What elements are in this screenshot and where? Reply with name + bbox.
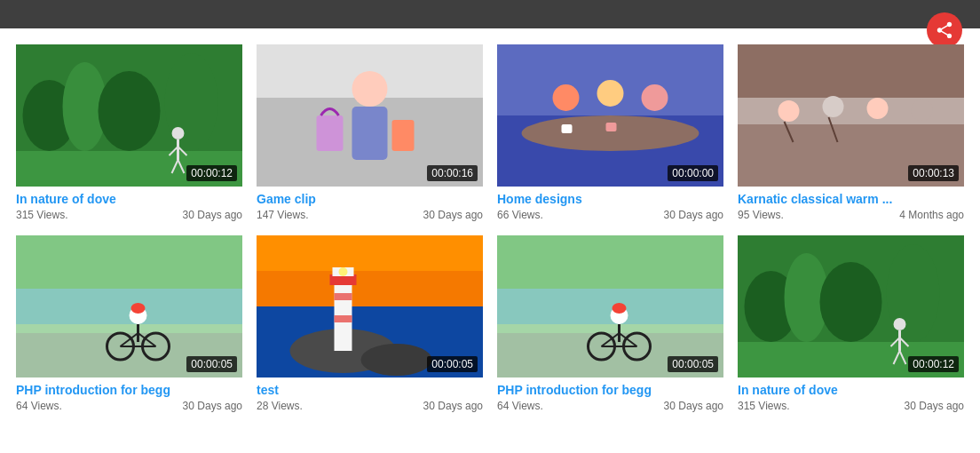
video-card[interactable]: 00:00:05 test 28 Views. 30 Days ago: [249, 228, 490, 419]
svg-point-74: [820, 262, 882, 342]
svg-point-22: [597, 80, 624, 107]
site-header: [0, 0, 980, 28]
share-svg: [935, 20, 954, 40]
svg-point-77: [894, 318, 906, 330]
video-thumbnail[interactable]: 00:00:12: [738, 235, 964, 378]
share-icon[interactable]: [927, 12, 962, 48]
video-duration: 00:00:13: [908, 165, 959, 181]
svg-rect-16: [317, 115, 344, 151]
video-thumbnail[interactable]: 00:00:00: [497, 44, 723, 187]
svg-point-56: [339, 267, 348, 276]
svg-rect-61: [497, 289, 723, 324]
video-views: 64 Views.: [16, 400, 62, 412]
video-meta: 315 Views. 30 Days ago: [16, 209, 242, 221]
video-card[interactable]: 00:00:00 Home designs 66 Views. 30 Days …: [490, 37, 731, 228]
svg-rect-57: [335, 293, 352, 300]
svg-point-3: [99, 71, 161, 151]
video-age: 30 Days ago: [664, 209, 723, 221]
video-duration: 00:00:12: [186, 165, 237, 181]
video-thumbnail[interactable]: 00:00:05: [497, 235, 723, 378]
video-age: 30 Days ago: [183, 209, 242, 221]
video-meta: 66 Views. 30 Days ago: [497, 209, 723, 221]
video-views: 315 Views.: [738, 400, 789, 412]
svg-point-40: [131, 303, 146, 314]
video-duration: 00:00:00: [668, 165, 718, 181]
video-meta: 315 Views. 30 Days ago: [738, 400, 964, 412]
svg-rect-15: [352, 107, 388, 160]
video-card[interactable]: 00:00:13 Karnatic classical warm ... 95 …: [731, 37, 971, 228]
video-title[interactable]: PHP introduction for begg: [497, 383, 723, 397]
video-title[interactable]: Game clip: [257, 192, 483, 206]
video-title[interactable]: Home designs: [497, 192, 723, 206]
svg-point-23: [642, 84, 668, 111]
video-views: 66 Views.: [497, 209, 543, 221]
video-meta: 64 Views. 30 Days ago: [16, 400, 242, 412]
svg-point-14: [352, 71, 388, 107]
video-duration: 00:00:05: [427, 356, 478, 372]
video-duration: 00:00:12: [908, 356, 959, 372]
video-views: 64 Views.: [497, 400, 543, 412]
video-age: 30 Days ago: [905, 400, 964, 412]
svg-rect-24: [562, 124, 573, 133]
svg-rect-58: [335, 315, 352, 322]
video-thumbnail[interactable]: 00:00:05: [257, 235, 483, 378]
video-title[interactable]: test: [257, 383, 483, 397]
svg-rect-37: [16, 289, 242, 324]
video-thumbnail[interactable]: 00:00:16: [257, 44, 483, 187]
video-thumbnail[interactable]: 00:00:13: [738, 44, 964, 187]
svg-point-64: [612, 303, 627, 314]
svg-point-20: [522, 115, 699, 151]
svg-point-31: [867, 98, 889, 119]
video-views: 28 Views.: [257, 400, 303, 412]
video-thumbnail[interactable]: 00:00:05: [16, 235, 242, 378]
svg-point-32: [912, 99, 933, 121]
svg-rect-17: [392, 120, 415, 151]
svg-point-30: [823, 96, 844, 117]
video-card[interactable]: 00:00:12 In nature of dove 315 Views. 30…: [731, 228, 971, 419]
video-age: 30 Days ago: [183, 400, 242, 412]
video-card[interactable]: 00:00:12 In nature of dove 315 Views. 30…: [9, 37, 249, 228]
svg-point-29: [778, 100, 800, 122]
video-title[interactable]: In nature of dove: [16, 192, 242, 206]
video-age: 30 Days ago: [423, 400, 483, 412]
video-title[interactable]: In nature of dove: [738, 383, 964, 397]
svg-point-6: [172, 127, 185, 139]
video-card[interactable]: 00:00:16 Game clip 147 Views. 30 Days ag…: [249, 37, 490, 228]
video-title[interactable]: PHP introduction for begg: [16, 383, 242, 397]
video-views: 147 Views.: [257, 209, 308, 221]
svg-point-21: [553, 84, 580, 111]
video-duration: 00:00:05: [668, 356, 718, 372]
video-age: 30 Days ago: [423, 209, 483, 221]
svg-point-52: [361, 344, 432, 376]
video-duration: 00:00:16: [427, 165, 478, 181]
video-views: 95 Views.: [738, 209, 784, 221]
video-meta: 64 Views. 30 Days ago: [497, 400, 723, 412]
svg-rect-25: [606, 123, 617, 131]
video-duration: 00:00:05: [186, 356, 237, 372]
video-card[interactable]: 00:00:05 PHP introduction for begg 64 Vi…: [9, 228, 249, 419]
video-thumbnail[interactable]: 00:00:12: [16, 44, 242, 187]
svg-rect-50: [257, 271, 483, 306]
video-age: 30 Days ago: [664, 400, 723, 412]
video-meta: 95 Views. 4 Months ago: [738, 209, 964, 221]
video-title[interactable]: Karnatic classical warm ...: [738, 192, 964, 206]
video-views: 315 Views.: [16, 209, 67, 221]
video-age: 4 Months ago: [899, 209, 964, 221]
video-grid: 00:00:12 In nature of dove 315 Views. 30…: [0, 28, 980, 419]
video-meta: 28 Views. 30 Days ago: [257, 400, 483, 412]
video-meta: 147 Views. 30 Days ago: [257, 209, 483, 221]
video-card[interactable]: 00:00:05 PHP introduction for begg 64 Vi…: [490, 228, 731, 419]
